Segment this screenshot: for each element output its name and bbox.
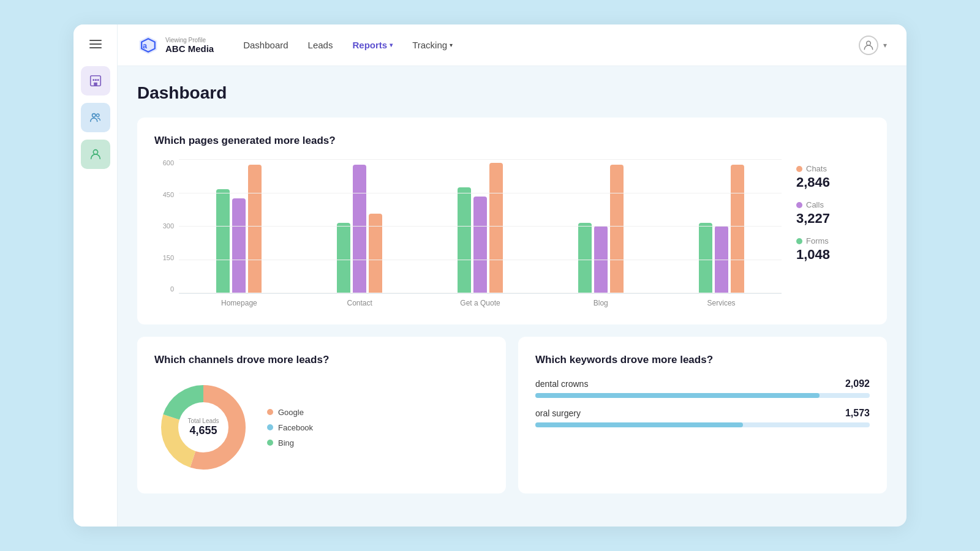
bar-group-homepage xyxy=(179,165,300,293)
keyword-bar-fill-2 xyxy=(535,422,743,427)
donut-legend-google: Google xyxy=(267,408,313,417)
facebook-dot xyxy=(267,424,273,430)
bar-getaquote-purple xyxy=(473,197,487,293)
keyword-bar-fill-1 xyxy=(535,393,820,398)
forms-label: Forms xyxy=(806,236,829,246)
svg-rect-5 xyxy=(95,79,97,81)
bottom-row: Which channels drove more leads? xyxy=(137,337,887,493)
donut-total-label: Total Leads xyxy=(187,418,219,424)
nav-tracking[interactable]: Tracking ▾ xyxy=(412,37,453,53)
keyword-row-2: oral surgery 1,573 xyxy=(535,408,870,427)
keyword-name-2: oral surgery xyxy=(535,408,581,418)
keyword-header-1: dental crowns 2,092 xyxy=(535,378,870,389)
nav-reports[interactable]: Reports ▾ xyxy=(352,37,393,53)
svg-rect-1 xyxy=(89,43,102,45)
user-dropdown-chevron-icon[interactable]: ▾ xyxy=(883,41,887,50)
page-content: Dashboard Which pages generated more lea… xyxy=(118,66,907,527)
donut-legend-facebook: Facebook xyxy=(267,423,313,432)
y-axis: 600 450 300 150 0 xyxy=(154,159,174,294)
chart-legend: Chats 2,846 Calls 3,227 xyxy=(796,159,870,263)
svg-point-10 xyxy=(93,150,97,154)
chart-area: 600 450 300 150 0 xyxy=(154,159,782,307)
main-area: a Viewing Profile ABC Media Dashboard Le… xyxy=(118,24,907,527)
donut-section: Total Leads 4,655 Google xyxy=(154,378,489,476)
chart-container: 600 450 300 150 0 xyxy=(154,159,870,307)
x-label-contact: Contact xyxy=(300,299,420,307)
tracking-chevron-icon: ▾ xyxy=(450,42,453,48)
top-nav: a Viewing Profile ABC Media Dashboard Le… xyxy=(118,24,907,66)
hamburger-menu-icon[interactable] xyxy=(83,32,108,56)
sidebar-item-building[interactable] xyxy=(81,66,110,96)
bar-homepage-peach xyxy=(248,165,262,293)
sidebar xyxy=(74,24,118,527)
keyword-bar-bg-2 xyxy=(535,422,870,427)
keywords-card: Which keywords drove more leads? dental … xyxy=(518,337,887,493)
donut-total-value: 4,655 xyxy=(187,424,219,437)
x-label-blog: Blog xyxy=(540,299,661,307)
donut-legend-bing: Bing xyxy=(267,438,313,448)
chats-value: 2,846 xyxy=(796,174,870,190)
bar-blog-purple xyxy=(594,226,608,293)
svg-rect-7 xyxy=(94,83,97,86)
nav-dashboard[interactable]: Dashboard xyxy=(243,37,288,53)
chats-dot xyxy=(796,166,802,172)
sidebar-item-people[interactable] xyxy=(81,103,110,132)
bar-blog-peach xyxy=(610,165,624,293)
keyword-row-1: dental crowns 2,092 xyxy=(535,378,870,398)
svg-rect-4 xyxy=(92,79,94,81)
keyword-header-2: oral surgery 1,573 xyxy=(535,408,870,419)
chart-grid: 600 450 300 150 0 xyxy=(154,159,782,294)
bar-homepage-green xyxy=(216,189,230,293)
google-dot xyxy=(267,409,273,415)
chats-label: Chats xyxy=(806,164,827,173)
svg-rect-2 xyxy=(89,47,102,48)
donut-chart: Total Leads 4,655 xyxy=(154,378,252,476)
nav-links: Dashboard Leads Reports ▾ Tracking ▾ xyxy=(243,37,859,53)
brand-name: ABC Media xyxy=(165,43,214,54)
brand-logo-icon: a xyxy=(137,34,159,56)
bar-contact-peach xyxy=(369,214,382,293)
calls-label: Calls xyxy=(806,200,824,209)
keyword-count-2: 1,573 xyxy=(845,408,870,419)
x-label-services: Services xyxy=(661,299,782,307)
svg-rect-0 xyxy=(89,40,102,41)
nav-leads[interactable]: Leads xyxy=(308,37,333,53)
reports-chevron-icon: ▾ xyxy=(390,42,393,48)
brand-area: a Viewing Profile ABC Media xyxy=(137,34,214,56)
legend-chats: Chats 2,846 xyxy=(796,164,870,190)
calls-dot xyxy=(796,202,802,208)
viewing-profile-label: Viewing Profile xyxy=(165,37,214,43)
bars-wrapper xyxy=(179,159,782,294)
donut-center: Total Leads 4,655 xyxy=(187,418,219,437)
brand-text: Viewing Profile ABC Media xyxy=(165,37,214,54)
sidebar-item-user[interactable] xyxy=(81,140,110,169)
page-title: Dashboard xyxy=(137,83,887,103)
keywords-title: Which keywords drove more leads? xyxy=(535,354,870,366)
keyword-name-1: dental crowns xyxy=(535,379,588,389)
bar-services-peach xyxy=(731,165,744,293)
calls-value: 3,227 xyxy=(796,211,870,227)
bar-contact-purple xyxy=(353,165,366,293)
legend-forms: Forms 1,048 xyxy=(796,236,870,263)
bar-services-green xyxy=(699,223,712,293)
bar-homepage-purple xyxy=(232,198,246,293)
x-label-homepage: Homepage xyxy=(179,299,300,307)
bar-blog-green xyxy=(578,223,592,293)
svg-point-14 xyxy=(867,41,871,45)
bar-chart-card: Which pages generated more leads? 600 45… xyxy=(137,118,887,324)
facebook-label: Facebook xyxy=(278,423,313,432)
channels-title: Which channels drove more leads? xyxy=(154,354,489,366)
bar-services-purple xyxy=(715,226,728,293)
svg-point-8 xyxy=(92,114,96,118)
bar-group-getaquote xyxy=(420,163,541,293)
forms-dot xyxy=(796,238,802,244)
nav-right: ▾ xyxy=(859,36,887,55)
bar-group-services xyxy=(661,165,782,293)
channels-card: Which channels drove more leads? xyxy=(137,337,506,493)
bar-getaquote-green xyxy=(458,187,471,293)
bing-label: Bing xyxy=(278,438,294,448)
forms-value: 1,048 xyxy=(796,247,870,263)
user-avatar-icon[interactable] xyxy=(859,36,878,55)
donut-legend: Google Facebook Bing xyxy=(267,408,313,448)
bar-contact-green xyxy=(337,223,350,293)
